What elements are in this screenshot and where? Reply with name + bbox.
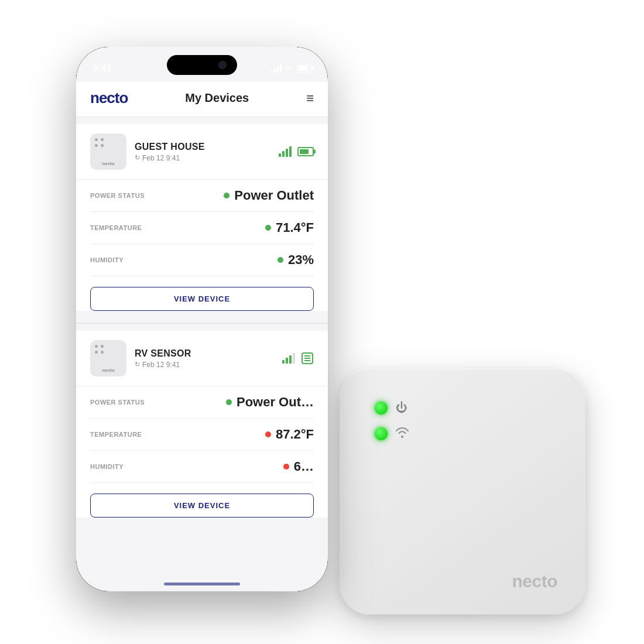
stat-row-humidity-rv: HUMIDITY 6… bbox=[90, 451, 314, 483]
stat-label-humidity-rv: HUMIDITY bbox=[90, 463, 124, 470]
stat-row-power-guest-house: POWER STATUS Power Outlet bbox=[90, 180, 314, 212]
sync-icon: ↻ bbox=[135, 154, 140, 162]
device-stats-guest-house: POWER STATUS Power Outlet TEMPERATURE 71… bbox=[76, 180, 328, 276]
device-stats-rv-sensor: POWER STATUS Power Out… TEMPERATURE 87.2… bbox=[76, 386, 328, 483]
phone-notch bbox=[167, 55, 237, 75]
front-camera bbox=[218, 61, 227, 69]
stat-row-power-rv: POWER STATUS Power Out… bbox=[90, 386, 314, 419]
status-icons: ⇌ bbox=[271, 64, 311, 73]
device-status-icons-guest-house bbox=[279, 146, 314, 157]
signal-strength-icon-rv bbox=[282, 353, 295, 364]
stat-row-temp-guest-house: TEMPERATURE 71.4°F bbox=[90, 212, 314, 244]
phone-screen: 9:41 ⇌ necto My Devices ≡ bbox=[76, 47, 328, 591]
device-thumbnail-rv-sensor: necto bbox=[90, 340, 126, 376]
device-header-guest-house: necto GUEST HOUSE ↻ Feb 12 9:41 bbox=[76, 124, 328, 180]
stat-value-humidity-rv: 6… bbox=[283, 459, 314, 474]
stat-dot-green-rv bbox=[226, 399, 232, 405]
signal-strength-icon-guest-house bbox=[279, 146, 292, 157]
sensor-type-icon-rv bbox=[301, 352, 314, 364]
stat-row-temp-rv: TEMPERATURE 87.2°F bbox=[90, 419, 314, 451]
device-status-icons-rv bbox=[282, 352, 314, 364]
power-indicator-row: ⏻ bbox=[375, 401, 407, 415]
device-card-guest-house[interactable]: necto GUEST HOUSE ↻ Feb 12 9:41 bbox=[76, 124, 328, 311]
device-info-guest-house: GUEST HOUSE ↻ Feb 12 9:41 bbox=[135, 142, 270, 162]
status-time: 9:41 bbox=[93, 63, 112, 74]
wifi-led bbox=[375, 427, 388, 440]
app-logo: necto bbox=[90, 89, 128, 107]
home-indicator bbox=[164, 583, 240, 585]
wifi-icon: ⇌ bbox=[286, 64, 292, 73]
power-icon: ⏻ bbox=[396, 401, 407, 415]
devices-list: necto GUEST HOUSE ↻ Feb 12 9:41 bbox=[76, 117, 328, 529]
stat-value-temp: 71.4°F bbox=[265, 220, 314, 235]
stat-label-temp-rv: TEMPERATURE bbox=[90, 431, 142, 438]
sync-icon-rv: ↻ bbox=[135, 361, 140, 368]
menu-icon[interactable]: ≡ bbox=[306, 91, 314, 106]
device-thumb-label-rv: necto bbox=[90, 368, 126, 373]
battery-status-icon-guest-house bbox=[297, 147, 314, 156]
stat-label-power-rv: POWER STATUS bbox=[90, 399, 145, 406]
battery-icon bbox=[296, 65, 311, 73]
device-card-rv-sensor[interactable]: necto RV SENSOR ↻ Feb 12 9:41 bbox=[76, 331, 328, 518]
device-thumb-label: necto bbox=[90, 161, 126, 166]
stat-value-temp-rv: 87.2°F bbox=[265, 427, 314, 442]
view-device-button-guest-house[interactable]: VIEW DEVICE bbox=[90, 287, 314, 311]
battery-fill bbox=[298, 66, 308, 71]
device-header-rv-sensor: necto RV SENSOR ↻ Feb 12 9:41 bbox=[76, 331, 328, 386]
page-title: My Devices bbox=[185, 91, 249, 105]
stat-dot-green-temp bbox=[265, 225, 271, 231]
stat-value-humidity: 23% bbox=[278, 252, 314, 268]
device-divider bbox=[76, 323, 328, 324]
device-name-guest-house: GUEST HOUSE bbox=[135, 142, 270, 152]
battery-fill-guest-house bbox=[300, 149, 309, 154]
device-info-rv-sensor: RV SENSOR ↻ Feb 12 9:41 bbox=[135, 348, 274, 369]
stat-value-power: Power Outlet bbox=[224, 188, 314, 203]
device-thumb-dots-rv bbox=[95, 345, 104, 354]
stat-value-power-rv: Power Out… bbox=[226, 395, 314, 410]
app-header: necto My Devices ≡ bbox=[76, 82, 328, 117]
device-sync-guest-house: ↻ Feb 12 9:41 bbox=[135, 154, 270, 162]
stat-dot-red-humidity bbox=[283, 464, 289, 470]
scene: 9:41 ⇌ necto My Devices ≡ bbox=[59, 29, 585, 615]
stat-dot-green-humidity bbox=[278, 257, 283, 263]
device-name-rv-sensor: RV SENSOR bbox=[135, 348, 274, 359]
device-thumb-dots bbox=[95, 138, 104, 147]
device-sync-rv-sensor: ↻ Feb 12 9:41 bbox=[135, 361, 274, 369]
stat-row-humidity-guest-house: HUMIDITY 23% bbox=[90, 244, 314, 276]
physical-device: ⏻ necto bbox=[340, 369, 585, 615]
stat-label-temp: TEMPERATURE bbox=[90, 224, 142, 231]
stat-label-humidity: HUMIDITY bbox=[90, 256, 124, 263]
view-device-button-rv[interactable]: VIEW DEVICE bbox=[90, 494, 314, 518]
device-thumbnail-guest-house: necto bbox=[90, 133, 126, 170]
stat-dot-red-temp bbox=[265, 431, 271, 437]
wifi-indicator-row bbox=[375, 427, 409, 440]
wifi-symbol-icon bbox=[396, 427, 409, 440]
cellular-signal-icon bbox=[271, 64, 282, 73]
phone: 9:41 ⇌ necto My Devices ≡ bbox=[76, 47, 328, 591]
stat-dot-green bbox=[224, 193, 229, 198]
power-led bbox=[375, 402, 388, 415]
device-brand-label: necto bbox=[512, 571, 557, 591]
stat-label-power: POWER STATUS bbox=[90, 192, 145, 199]
